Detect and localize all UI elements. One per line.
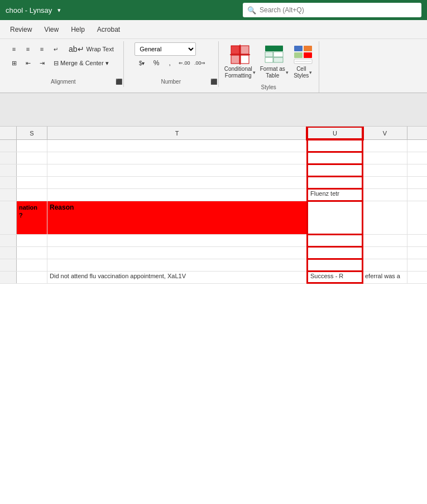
ribbon-group-number: General $▾ % , ⇐.00 .00⇒ Number ⬛ (124, 41, 219, 87)
app-name: chool - Lynsay (6, 6, 52, 14)
menu-item-help[interactable]: Help (65, 22, 90, 37)
cell-t[interactable] (47, 140, 307, 152)
cell-s[interactable] (17, 164, 47, 176)
cell-u[interactable] (307, 140, 363, 152)
cell-u[interactable] (307, 247, 363, 259)
menu-item-review[interactable]: Review (4, 22, 37, 37)
cell-v[interactable] (363, 164, 407, 176)
col-header-s[interactable]: S (17, 127, 47, 139)
svg-rect-12 (294, 46, 303, 51)
cell-v[interactable] (363, 177, 407, 188)
cell-s[interactable] (17, 177, 47, 188)
decrease-decimal-btn[interactable]: ⇐.00 (177, 57, 191, 69)
table-row (0, 177, 427, 189)
number-row-2: $▾ % , ⇐.00 .00⇒ (135, 57, 207, 69)
align-bottom-btn[interactable]: ⊞ (8, 57, 20, 69)
cell-styles-dropdown: ▾ (309, 70, 312, 75)
cell-u-success[interactable]: Success - R (307, 272, 363, 283)
merge-center-button[interactable]: ⊟ Merge & Center ▾ (50, 57, 113, 69)
sheet-area: S T U V (0, 127, 427, 284)
cell-t-attend[interactable]: Did not attend flu vaccination appointme… (47, 272, 307, 283)
cell-v[interactable] (363, 201, 407, 234)
cell-u-red-row[interactable] (307, 201, 363, 234)
cell-s[interactable] (17, 235, 47, 246)
align-top-right-btn[interactable]: ≡ (36, 43, 48, 55)
cell-u-fluenz[interactable]: Fluenz tetr (307, 189, 363, 201)
align-top-left-btn[interactable]: ≡ (8, 43, 20, 55)
col-header-v[interactable]: V (363, 127, 407, 139)
svg-rect-1 (241, 46, 249, 54)
cell-v-referral[interactable]: eferral was a (363, 272, 407, 283)
cell-v[interactable] (363, 235, 407, 246)
cell-v[interactable] (363, 247, 407, 259)
currency-btn[interactable]: $▾ (135, 57, 149, 69)
align-top-center-btn[interactable]: ≡ (22, 43, 34, 55)
wrap-text-icon: ab↵ (69, 45, 84, 54)
menu-bar: Review View Help Acrobat (0, 20, 427, 39)
cell-t[interactable] (47, 247, 307, 259)
cell-s[interactable] (17, 259, 47, 271)
cell-s[interactable] (17, 272, 47, 283)
cell-s-red[interactable]: nation? (17, 201, 47, 234)
row-num (0, 152, 17, 164)
table-row (0, 140, 427, 152)
cell-v[interactable] (363, 189, 407, 201)
cell-t[interactable] (47, 164, 307, 176)
conditional-formatting-label: ConditionalFormatting (224, 66, 252, 79)
app-dropdown-icon[interactable]: ▾ (57, 7, 61, 14)
title-bar: chool - Lynsay ▾ 🔍 (0, 0, 427, 20)
number-format-select[interactable]: General (135, 42, 196, 56)
table-row (0, 164, 427, 177)
svg-rect-3 (241, 55, 249, 64)
cell-t[interactable] (47, 235, 307, 246)
format-as-table-btn[interactable]: Format asTable ▾ (259, 43, 290, 80)
conditional-formatting-btn[interactable]: ConditionalFormatting ▾ (223, 43, 257, 80)
table-row (0, 259, 427, 272)
cell-t[interactable] (47, 152, 307, 164)
col-header-t[interactable]: T (47, 127, 307, 139)
wrap-text-button[interactable]: ab↵ Wrap Text (64, 42, 119, 56)
alignment-expand-icon[interactable]: ⬛ (116, 79, 122, 85)
number-expand-icon[interactable]: ⬛ (210, 79, 217, 85)
table-row: Fluenz tetr (0, 189, 427, 201)
row-num (0, 164, 17, 176)
cell-s[interactable] (17, 189, 47, 201)
cell-v[interactable] (363, 259, 407, 271)
search-box[interactable]: 🔍 (243, 3, 421, 17)
indent-less-btn[interactable]: ⇤ (22, 57, 34, 69)
menu-item-view[interactable]: View (39, 22, 64, 37)
cell-s[interactable] (17, 152, 47, 164)
indent-more-btn[interactable]: ⇥ (36, 57, 48, 69)
comma-btn[interactable]: , (164, 57, 176, 69)
cell-s[interactable] (17, 140, 47, 152)
cell-u[interactable] (307, 164, 363, 176)
cell-u[interactable] (307, 235, 363, 246)
cell-s[interactable] (17, 247, 47, 259)
cell-t[interactable] (47, 189, 307, 201)
row-num (0, 140, 17, 152)
cell-v[interactable] (363, 140, 407, 152)
cell-u[interactable] (307, 177, 363, 188)
cell-t[interactable] (47, 177, 307, 188)
cell-t-reason[interactable]: Reason (47, 201, 307, 234)
alignment-row-2: ⊞ ⇤ ⇥ ⊟ Merge & Center ▾ (8, 57, 119, 69)
merge-center-dropdown-icon: ▾ (105, 60, 109, 67)
menu-item-acrobat[interactable]: Acrobat (92, 22, 126, 37)
wrap-icon-btn[interactable]: ↵ (50, 43, 62, 55)
table-row (0, 235, 427, 247)
number-controls: General $▾ % , ⇐.00 .00⇒ (135, 42, 207, 79)
svg-rect-14 (294, 52, 303, 58)
cell-t[interactable] (47, 259, 307, 271)
cell-styles-btn[interactable]: CellStyles ▾ (292, 43, 314, 80)
svg-rect-8 (274, 52, 283, 57)
increase-decimal-btn[interactable]: .00⇒ (193, 57, 207, 69)
svg-rect-2 (231, 55, 239, 64)
search-input[interactable] (260, 6, 417, 14)
cell-v[interactable] (363, 152, 407, 164)
format-as-table-dropdown: ▾ (286, 70, 289, 75)
col-header-u[interactable]: U (307, 127, 363, 139)
cell-u[interactable] (307, 259, 363, 271)
svg-rect-9 (265, 57, 273, 62)
percent-btn[interactable]: % (150, 57, 162, 69)
cell-u[interactable] (307, 152, 363, 164)
